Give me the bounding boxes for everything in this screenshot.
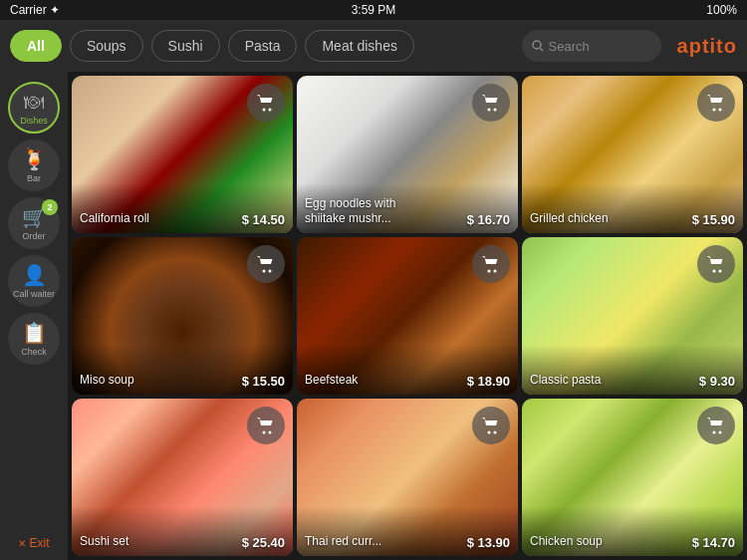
food-name-california-roll: California roll (80, 211, 149, 227)
food-price-beefsteak: $ 18.90 (467, 374, 510, 389)
food-name-sushi-set: Sushi set (80, 534, 128, 550)
filter-btn-sushi[interactable]: Sushi (151, 30, 220, 62)
svg-point-3 (269, 109, 272, 112)
food-card-thai-red-curry[interactable]: Thai red curr...$ 13.90 (297, 399, 518, 556)
exit-button[interactable]: ✕Exit (18, 536, 49, 550)
svg-point-5 (494, 109, 497, 112)
cart-icon (706, 94, 726, 112)
cart-icon (706, 255, 726, 273)
food-name-egg-noodles: Egg noodles with shiitake mushr... (305, 196, 414, 227)
svg-point-4 (488, 109, 491, 112)
battery-label: 100% (706, 3, 737, 17)
food-card-miso-soup[interactable]: Miso soup$ 15.50 (72, 237, 293, 395)
filter-btn-all[interactable]: All (10, 30, 62, 62)
exit-x-icon: ✕ (18, 538, 26, 549)
svg-point-7 (719, 109, 722, 112)
exit-label: Exit (29, 536, 49, 550)
card-bottom-thai-red-curry: Thai red curr...$ 13.90 (297, 528, 518, 556)
svg-point-11 (494, 270, 497, 273)
sidebar-item-check[interactable]: 📋Check (8, 313, 60, 365)
food-price-california-roll: $ 14.50 (242, 212, 285, 227)
food-name-chicken-soup: Chicken soup (530, 534, 603, 550)
card-bottom-egg-noodles: Egg noodles with shiitake mushr...$ 16.7… (297, 190, 518, 233)
sidebar-label-dishes: Dishes (20, 116, 48, 126)
food-price-chicken-soup: $ 14.70 (692, 535, 735, 550)
add-to-cart-beefsteak[interactable] (472, 245, 510, 283)
search-box[interactable]: Search (522, 30, 661, 62)
sidebar: 🍽Dishes🍹Bar🛒Order2👤Call waiter📋Check✕Exi… (0, 72, 68, 560)
svg-point-10 (488, 270, 491, 273)
food-card-classic-pasta[interactable]: Classic pasta$ 9.30 (522, 237, 743, 395)
time-label: 3:59 PM (352, 3, 396, 17)
svg-point-12 (713, 270, 716, 273)
search-icon (532, 40, 544, 52)
food-price-classic-pasta: $ 9.30 (699, 374, 735, 389)
svg-point-6 (713, 109, 716, 112)
add-to-cart-egg-noodles[interactable] (472, 84, 510, 122)
food-card-california-roll[interactable]: California roll$ 14.50 (72, 76, 293, 233)
food-name-grilled-chicken: Grilled chicken (530, 211, 609, 227)
food-name-miso-soup: Miso soup (80, 373, 134, 389)
food-price-egg-noodles: $ 16.70 (467, 212, 510, 227)
logo-t-orange: t (702, 35, 710, 57)
add-to-cart-classic-pasta[interactable] (697, 245, 735, 283)
bar-icon: 🍹 (22, 147, 47, 171)
card-bottom-chicken-soup: Chicken soup$ 14.70 (522, 528, 743, 556)
food-price-thai-red-curry: $ 13.90 (467, 535, 510, 550)
top-nav: AllSoupsSushiPastaMeat dishes Search apt… (0, 20, 747, 72)
add-to-cart-miso-soup[interactable] (247, 245, 285, 283)
food-card-beefsteak[interactable]: Beefsteak$ 18.90 (297, 237, 518, 395)
cart-icon (706, 417, 726, 434)
food-price-miso-soup: $ 15.50 (242, 374, 285, 389)
logo-text2: ito (710, 35, 737, 57)
logo-text1: ap (677, 35, 702, 57)
food-card-grilled-chicken[interactable]: Grilled chicken$ 15.90 (522, 76, 743, 233)
main-layout: 🍽Dishes🍹Bar🛒Order2👤Call waiter📋Check✕Exi… (0, 72, 747, 560)
food-price-grilled-chicken: $ 15.90 (692, 212, 735, 227)
check-icon: 📋 (22, 321, 47, 345)
sidebar-item-order[interactable]: 🛒Order2 (8, 197, 60, 249)
card-bottom-california-roll: California roll$ 14.50 (72, 205, 293, 233)
add-to-cart-grilled-chicken[interactable] (697, 84, 735, 122)
add-to-cart-sushi-set[interactable] (247, 407, 285, 444)
food-card-egg-noodles[interactable]: Egg noodles with shiitake mushr...$ 16.7… (297, 76, 518, 233)
sidebar-label-check: Check (21, 347, 47, 357)
cart-icon (481, 94, 501, 112)
sidebar-label-call-waiter: Call waiter (13, 289, 55, 299)
sidebar-item-dishes[interactable]: 🍽Dishes (8, 82, 60, 134)
dishes-icon: 🍽 (24, 91, 44, 114)
status-bar: Carrier ✦ 3:59 PM 100% (0, 0, 747, 20)
sidebar-label-order: Order (22, 231, 45, 241)
svg-point-13 (719, 270, 722, 273)
food-card-sushi-set[interactable]: Sushi set$ 25.40 (72, 399, 293, 556)
cart-icon (481, 255, 501, 273)
food-card-chicken-soup[interactable]: Chicken soup$ 14.70 (522, 399, 743, 556)
food-name-beefsteak: Beefsteak (305, 373, 358, 389)
svg-point-18 (713, 431, 716, 434)
search-placeholder: Search (549, 39, 590, 54)
card-bottom-beefsteak: Beefsteak$ 18.90 (297, 367, 518, 395)
sidebar-item-call-waiter[interactable]: 👤Call waiter (8, 255, 60, 307)
svg-point-8 (263, 270, 266, 273)
carrier-label: Carrier ✦ (10, 3, 60, 17)
cart-icon (256, 417, 276, 434)
svg-point-15 (269, 431, 272, 434)
sidebar-item-bar[interactable]: 🍹Bar (8, 140, 60, 191)
call-waiter-icon: 👤 (22, 263, 47, 287)
filter-btn-meat[interactable]: Meat dishes (305, 30, 413, 62)
svg-point-2 (263, 109, 266, 112)
food-price-sushi-set: $ 25.40 (242, 535, 285, 550)
svg-point-0 (533, 41, 541, 49)
add-to-cart-chicken-soup[interactable] (697, 407, 735, 444)
cart-icon (256, 255, 276, 273)
svg-point-14 (263, 431, 266, 434)
cart-icon (256, 94, 276, 112)
add-to-cart-california-roll[interactable] (247, 84, 285, 122)
sidebar-bottom: ✕Exit (18, 536, 49, 550)
filter-btn-pasta[interactable]: Pasta (228, 30, 298, 62)
svg-point-19 (719, 431, 722, 434)
add-to-cart-thai-red-curry[interactable] (472, 407, 510, 444)
card-bottom-classic-pasta: Classic pasta$ 9.30 (522, 367, 743, 395)
badge-order: 2 (42, 199, 58, 215)
filter-btn-soups[interactable]: Soups (70, 30, 143, 62)
